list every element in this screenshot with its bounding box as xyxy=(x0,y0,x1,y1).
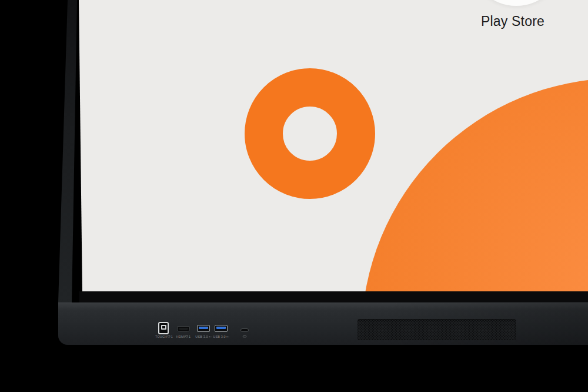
interactive-display-device: Play Store TOUCH1 HDMI1 USB 3.0 USB 3.0 xyxy=(0,0,588,392)
usb-c-port xyxy=(240,328,249,332)
hdmi-port-inner xyxy=(179,328,188,330)
usb-icon xyxy=(226,337,229,337)
touch-port-label-text: TOUCH xyxy=(155,335,167,338)
usb-a-port-1-label: USB 3.0 xyxy=(195,335,211,338)
hdmi-port-label-text: HDMI xyxy=(176,335,185,338)
bottom-glass-bezel xyxy=(79,291,588,303)
hdmi-port-label: HDMI1 xyxy=(176,335,191,338)
display-icon xyxy=(186,335,188,338)
usb-icon xyxy=(209,337,211,337)
play-store-icon[interactable] xyxy=(469,0,563,6)
usb-a-port-2-label: USB 3.0 xyxy=(213,335,229,338)
usb-a-port-2-tongue xyxy=(216,327,226,329)
donut-shape xyxy=(245,68,375,199)
touch-usb-b-port-inner xyxy=(161,325,166,330)
usb-c-icon xyxy=(243,335,246,337)
touch-usb-b-port xyxy=(158,322,169,334)
display-icon xyxy=(168,335,170,338)
io-panel: TOUCH1 HDMI1 USB 3.0 USB 3.0 xyxy=(58,303,588,345)
speaker-grille xyxy=(358,319,516,340)
display-screen: Play Store xyxy=(0,0,588,291)
usb-a-port-1-tongue xyxy=(199,327,208,329)
hero-circle-shape xyxy=(362,78,588,392)
touch-port-label: TOUCH1 xyxy=(155,335,173,338)
play-store-label: Play Store xyxy=(454,14,572,29)
usb-c-port-label xyxy=(243,335,246,338)
usb-a-port-2 xyxy=(215,325,228,332)
usb-a-port-1 xyxy=(197,325,210,332)
bezel-side-edge xyxy=(0,0,82,303)
hdmi-port-label-number: 1 xyxy=(189,335,191,338)
touch-port-label-number: 1 xyxy=(171,335,173,338)
usb-a-port-2-label-text: USB 3.0 xyxy=(213,335,225,338)
usb-a-port-1-label-text: USB 3.0 xyxy=(195,335,208,338)
hdmi-port xyxy=(177,326,190,332)
